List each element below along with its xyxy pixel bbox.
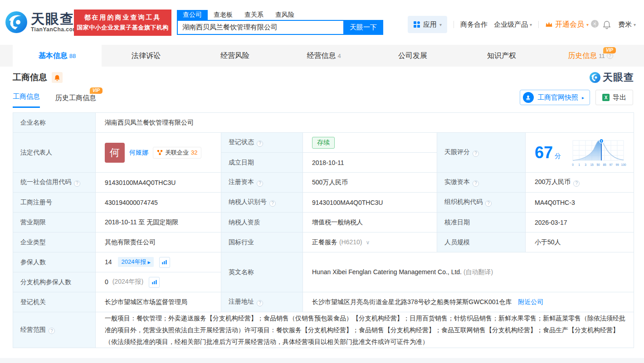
apps-label: 应用 (423, 20, 437, 29)
app-grid-icon (413, 21, 420, 28)
tab-company-development[interactable]: 公司发展 (368, 45, 457, 67)
reg-status-label: 登记状态? (221, 133, 303, 153)
reg-capital-label: 注册资本? (221, 173, 303, 193)
svg-text:15: 15 (590, 163, 594, 166)
search-tab-boss[interactable]: 查老板 (208, 10, 239, 20)
username: 费米 (618, 20, 632, 29)
paid-capital-value: 200万人民币? (526, 173, 634, 193)
export-button[interactable]: X 导出 (595, 90, 633, 105)
tab-operation-info[interactable]: 经营信息4 (279, 45, 368, 67)
search-tab-company[interactable]: 查公司 (177, 10, 208, 20)
subtab-business-info[interactable]: 工商信息 (13, 92, 40, 108)
chevron-down-icon: ▾ (439, 22, 442, 27)
search-input[interactable] (177, 20, 343, 35)
table-row: 登记机关 长沙市望城区市场监督管理局 注册地址? 长沙市望城区月亮岛街道金星北路… (13, 292, 634, 312)
help-icon[interactable]: ? (573, 180, 580, 187)
company-name-label: 企业名称 (13, 113, 96, 133)
open-vip-button[interactable]: 开通会员 ▾ (545, 20, 589, 29)
annual-report-badge[interactable]: 2024年报 ▸ (118, 257, 153, 267)
taxpayer-id-label: 纳税人识别号? (221, 193, 303, 213)
tianyancha-logo-icon (5, 10, 28, 34)
divider (454, 21, 454, 28)
help-icon[interactable]: ? (257, 300, 263, 306)
credit-code-value: 91430100MA4Q0THC3U (96, 173, 221, 193)
est-date-value: 2018-10-11 (303, 153, 437, 173)
site-logo[interactable]: 天眼查 TianYanCha.com (5, 10, 78, 34)
help-icon[interactable]: ? (607, 53, 613, 59)
help-icon[interactable]: ? (49, 328, 55, 334)
divider (595, 21, 595, 28)
tab-operation-risk[interactable]: 经营风险 (190, 45, 279, 67)
vip-badge: VIP (603, 47, 616, 53)
chevron-down-icon[interactable]: ∨ (366, 239, 370, 246)
nav-cooperation[interactable]: 商务合作 (460, 20, 488, 29)
svg-text:100: 100 (621, 163, 626, 166)
approval-date-label: 核准日期 (437, 213, 526, 232)
trend-chart-icon[interactable] (159, 257, 170, 268)
chevron-down-icon: ▾ (634, 22, 636, 27)
table-row: 营业期限 2018-10-11 至 无固定期限 纳税人资质 增值税一般纳税人 核… (13, 213, 634, 232)
help-icon[interactable]: ? (257, 180, 263, 187)
search-tab-risk[interactable]: 查风险 (269, 10, 300, 20)
monitor-bell-icon[interactable] (52, 72, 63, 83)
business-info-table: 企业名称 湖南西贝凤兰餐饮管理有限公司 法定代表人 何 何娅娜 (13, 112, 634, 348)
slogan-line2: 国家中小企业发展子基金旗下机构 (77, 24, 169, 32)
taxpayer-quality-value: 增值税一般纳税人 (303, 213, 437, 232)
legal-rep-label: 法定代表人 (13, 133, 96, 173)
table-row: 企业类型 其他有限责任公司 国标行业 正餐服务 (H6210) ∨ 人员规模 小… (13, 232, 634, 252)
header-nav: 应用 ▾ 商务合作 企业级产品 ▾ 开通会员 ▾ (408, 16, 636, 33)
tab-intellectual-property[interactable]: 知识产权 (457, 45, 546, 67)
english-name-label: 英文名称 (221, 252, 303, 292)
industry-code: (H6210) (339, 238, 362, 246)
subtab-history-business-info[interactable]: VIP 历史工商信息 (55, 94, 96, 108)
official-snapshot-button[interactable]: 工商官网快照 ▸ (520, 90, 590, 105)
help-icon[interactable]: ? (257, 140, 263, 147)
excel-icon: X (602, 94, 610, 101)
nearby-companies-link[interactable]: 附近公司 (518, 298, 543, 305)
help-icon[interactable]: ? (473, 150, 479, 157)
biz-term-label: 营业期限 (13, 213, 96, 232)
legal-rep-value: 何 何娅娜 关联企业 32 (96, 133, 221, 173)
nav-enterprise-products[interactable]: 企业级产品 ▾ (494, 20, 532, 29)
trend-chart-icon[interactable] (149, 277, 160, 288)
help-icon[interactable]: ? (74, 180, 80, 187)
arrow-right-icon: ▸ (147, 259, 151, 266)
svg-text:1: 1 (578, 163, 580, 166)
arrow-right-icon: ▸ (582, 95, 584, 100)
score-number: 67 (535, 143, 553, 162)
svg-text:85: 85 (603, 163, 606, 166)
table-row: 经营范围? 一般项目：餐饮管理；外卖递送服务【分支机构经营】；食品销售（仅销售预… (13, 312, 634, 348)
industry-label: 国标行业 (221, 232, 303, 252)
apps-menu[interactable]: 应用 ▾ (408, 16, 447, 33)
legal-rep-name-link[interactable]: 何娅娜 (129, 149, 148, 157)
vip-badge: VIP (90, 87, 102, 94)
help-icon[interactable]: ? (269, 200, 276, 207)
stamp-icon (523, 92, 534, 103)
reg-authority-label: 登记机关 (13, 292, 96, 312)
biz-term-value: 2018-10-11 至 无固定期限 (96, 213, 221, 232)
search-tab-relation[interactable]: 查关系 (239, 10, 269, 20)
help-icon[interactable]: ? (485, 200, 492, 207)
english-name-value: Hunan Xibei Fenglan Catering Management … (303, 252, 634, 292)
tab-legal[interactable]: 法律诉讼 (102, 45, 190, 67)
tab-basic-info[interactable]: 基本信息88 (13, 45, 102, 67)
divider (538, 21, 539, 28)
avatar[interactable]: 何 (105, 143, 125, 163)
org-code-value: MA4Q0THC-3 (526, 193, 634, 213)
notification-bell-icon[interactable] (602, 19, 612, 29)
branch-insured-value: 0 (2024年报) (96, 272, 221, 292)
taxpayer-id-value: 91430100MA4Q0THC3U (303, 193, 437, 213)
reg-authority-value: 长沙市望城区市场监督管理局 (96, 292, 221, 312)
search-box: 查公司 查老板 查关系 查风险 天眼一下 (177, 10, 383, 35)
user-menu[interactable]: 费米 ▾ (618, 20, 636, 29)
related-companies-badge[interactable]: 关联企业 32 (153, 147, 201, 159)
help-icon[interactable]: ? (473, 180, 479, 187)
slogan-banner: 都在用的商业查询工具 国家中小企业发展子基金旗下机构 (74, 10, 171, 36)
staff-size-value: 小于50人 (526, 232, 634, 252)
score-label: 天眼评分? (437, 133, 526, 173)
tab-history-info[interactable]: VIP 历史信息11 ? (546, 45, 635, 67)
search-button[interactable]: 天眼一下 (343, 20, 383, 35)
header: 天眼查 TianYanCha.com 都在用的商业查询工具 国家中小企业发展子基… (0, 6, 644, 43)
svg-text:50: 50 (596, 163, 600, 166)
business-scope-value: 一般项目：餐饮管理；外卖递送服务【分支机构经营】；食品销售（仅销售预包装食品）【… (96, 312, 634, 348)
